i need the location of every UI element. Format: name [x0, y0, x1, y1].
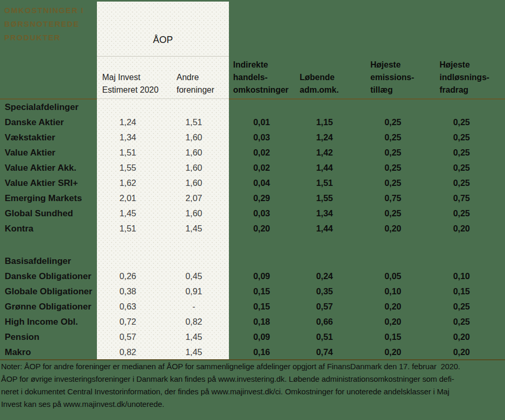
table-row: Grønne Obligationer0,63-0,150,570,200,25: [0, 299, 505, 314]
section-header-label: Basisafdelinger: [0, 256, 97, 267]
column-header-maj-invest: Maj Invest Estimeret 2020: [102, 58, 159, 96]
cell-value: 0,20: [431, 347, 492, 357]
cell-value: 0,02: [229, 163, 294, 173]
cell-value: 0,20: [355, 224, 431, 234]
cell-value: 0,25: [431, 208, 492, 218]
cell-value: 0,29: [229, 193, 294, 203]
cell-value: 0,25: [355, 178, 431, 188]
table-row: Pension0,571,450,090,510,150,20: [0, 329, 505, 345]
cell-value: 0,15: [229, 286, 294, 296]
cell-value: 0,57: [97, 332, 159, 342]
cell-value: 1,55: [294, 193, 355, 203]
row-label: Danske Obligationer: [0, 271, 97, 282]
cell-value: 0,10: [431, 271, 492, 281]
cell-value: 0,20: [229, 224, 294, 234]
cell-value: 0,25: [431, 302, 492, 312]
column-header-hojeste-emissionstillaeg: Højeste emissions- tillæg: [370, 58, 414, 96]
cell-value: 0,25: [431, 178, 492, 188]
row-label: Vækstaktier: [0, 132, 97, 143]
cell-value: 1,34: [294, 208, 355, 218]
cell-value: 0,20: [355, 347, 431, 357]
table-row: Global Sundhed1,451,600,031,340,250,25: [0, 206, 505, 221]
cell-value: 0,09: [229, 271, 294, 281]
cell-value: 0,18: [229, 317, 294, 327]
table-row: Vækstaktier1,341,600,031,240,250,25: [0, 130, 505, 145]
cell-value: 0,75: [355, 193, 431, 203]
cell-value: 0,25: [355, 163, 431, 173]
row-label: Pension: [0, 332, 97, 342]
row-label: Global Sundhed: [0, 208, 97, 219]
row-label: Emerging Markets: [0, 193, 97, 204]
table-row: Danske Obligationer0,260,450,090,240,050…: [0, 269, 505, 284]
row-label: Value Aktier SRI+: [0, 178, 97, 189]
cell-value: 1,51: [159, 117, 229, 127]
cell-value: 0,15: [355, 332, 431, 342]
cell-value: 0,15: [229, 302, 294, 312]
cell-value: 0,24: [294, 271, 355, 281]
cell-value: 1,45: [159, 347, 229, 357]
page-title-line-3: PRODUKTER: [4, 31, 84, 45]
page-title-line-2: BØRSNOTEREDE: [4, 17, 84, 31]
row-label: Makro: [0, 347, 97, 358]
cell-value: 0,66: [294, 317, 355, 327]
cell-value: 1,44: [294, 163, 355, 173]
row-label: Globale Obligationer: [0, 286, 97, 297]
cell-value: 0,51: [294, 332, 355, 342]
row-label: Grønne Obligationer: [0, 302, 97, 312]
column-header-hojeste-indlosningsfradrag: Højeste indløsnings- fradrag: [440, 58, 489, 96]
cell-value: 1,60: [159, 178, 229, 188]
cell-value: 0,72: [97, 317, 159, 327]
aop-group-divider: [97, 56, 229, 57]
row-label: High Income Obl.: [0, 317, 97, 327]
cell-value: 1,60: [159, 208, 229, 218]
cell-value: 0,25: [431, 148, 492, 158]
table-row: Globale Obligationer0,380,910,150,350,10…: [0, 284, 505, 299]
cell-value: 0,25: [355, 132, 431, 142]
cell-value: 1,45: [97, 208, 159, 218]
cell-value: 0,82: [159, 317, 229, 327]
cell-value: 1,24: [294, 132, 355, 142]
footnote-line-2: ÅOP for øvrige investeringsforeninger i …: [1, 373, 504, 385]
cell-value: 1,51: [97, 148, 159, 158]
cell-value: 0,25: [355, 117, 431, 127]
cell-value: 0,15: [431, 286, 492, 296]
table-row: Value Aktier Akk.1,551,600,021,440,250,2…: [0, 160, 505, 175]
cell-value: 1,42: [294, 148, 355, 158]
cell-value: 0,45: [159, 271, 229, 281]
section-header-label: Specialafdelinger: [0, 102, 97, 113]
cell-value: 0,38: [97, 286, 159, 296]
footnote-line-3: neret i dokumentet Central Investorinfor…: [1, 385, 504, 398]
cell-value: 0,63: [97, 302, 159, 312]
header-divider-cream: [97, 98, 229, 99]
cell-value: 0,09: [229, 332, 294, 342]
table-row: Kontra1,511,450,201,440,200,20: [0, 221, 505, 236]
table-row: Makro0,821,450,160,740,200,20: [0, 345, 505, 360]
cell-value: 0,25: [431, 163, 492, 173]
cell-value: 1,45: [159, 224, 229, 234]
column-group-header-aop: ÅOP: [97, 35, 229, 46]
column-header-andre-foreninger: Andre foreninger: [177, 58, 214, 96]
cell-value: 1,45: [159, 332, 229, 342]
cell-value: 1,15: [294, 117, 355, 127]
cell-value: 1,51: [294, 178, 355, 188]
table-row: Value Aktier1,511,600,021,420,250,25: [0, 145, 505, 160]
cell-value: 0,01: [229, 117, 294, 127]
cell-value: 1,60: [159, 132, 229, 142]
cell-value: 0,25: [431, 132, 492, 142]
cell-value: 0,10: [355, 286, 431, 296]
cell-value: 0,26: [97, 271, 159, 281]
cell-value: 1,51: [97, 224, 159, 234]
cell-value: 1,55: [97, 163, 159, 173]
table-row: Danske Aktier1,241,510,011,150,250,25: [0, 115, 505, 130]
cell-value: 0,35: [294, 286, 355, 296]
column-header-lobende-adm-omk: Løbende adm.omk.: [300, 58, 339, 96]
row-label: Kontra: [0, 224, 97, 234]
footnote-line-4: Invest kan ses på www.majinvest.dk/unote…: [1, 398, 504, 411]
row-label: Value Aktier: [0, 148, 97, 158]
row-label: Danske Aktier: [0, 117, 97, 128]
cell-value: -: [159, 302, 229, 312]
cell-value: 2,01: [97, 193, 159, 203]
row-label: Value Aktier Akk.: [0, 163, 97, 173]
cell-value: 0,02: [229, 148, 294, 158]
cell-value: 1,62: [97, 178, 159, 188]
